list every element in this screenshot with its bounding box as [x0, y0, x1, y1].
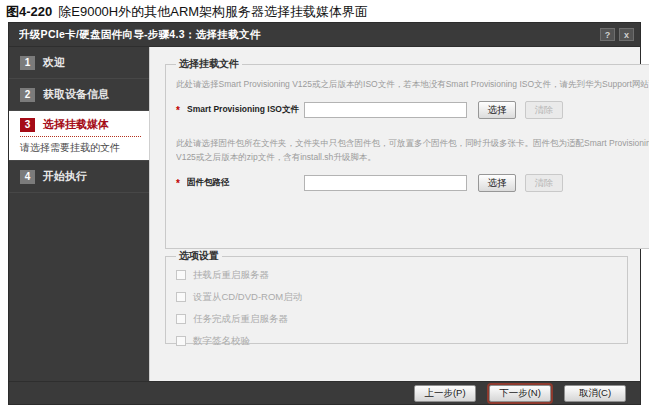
select-mount-file-section: 选择挂载文件 此处请选择Smart Provisioning V125或之后版本…	[165, 57, 649, 249]
checkbox-label: 设置从CD/DVD-ROM启动	[193, 291, 302, 304]
required-asterisk: *	[176, 105, 187, 116]
figure-number: 图4-220	[6, 4, 52, 19]
dotted-divider	[20, 136, 141, 137]
firmware-path-label: 固件包路径	[187, 177, 304, 189]
iso-select-button[interactable]: 选择	[478, 101, 516, 119]
firmware-select-button[interactable]: 选择	[478, 174, 516, 192]
dialog-title: 升级PCIe卡/硬盘固件向导-步骤4.3：选择挂载文件	[19, 28, 596, 42]
step-number-badge: 4	[20, 170, 35, 184]
step-item-device-info: 2 获取设备信息	[9, 79, 149, 111]
checkbox-label: 任务完成后重启服务器	[193, 313, 288, 326]
checkbox-row-boot-from-cd: 设置从CD/DVD-ROM启动	[176, 292, 617, 302]
next-button[interactable]: 下一步(N)	[489, 385, 551, 402]
cancel-button[interactable]: 取消(C)	[564, 385, 626, 402]
prev-button[interactable]: 上一步(P)	[414, 385, 476, 402]
step-number-badge-active: 3	[20, 118, 35, 132]
checkbox-restart-after-mount	[176, 270, 186, 280]
iso-file-input[interactable]	[304, 102, 467, 118]
close-icon[interactable]: x	[619, 28, 634, 41]
help-icon[interactable]: ?	[600, 28, 615, 41]
checkbox-label: 挂载后重启服务器	[193, 269, 269, 282]
figure-caption: 图4-220除E9000H外的其他ARM架构服务器选择挂载媒体界面	[6, 3, 368, 21]
required-asterisk: *	[176, 178, 187, 189]
step-number-badge: 1	[20, 56, 35, 70]
firmware-hint-text: 此处请选择固件包所在文件夹，文件夹中只包含固件包，可放置多个固件包，同时升级多张…	[176, 137, 649, 164]
step-item-welcome: 1 欢迎	[9, 47, 149, 79]
step-label: 欢迎	[43, 55, 65, 70]
firmware-clear-button: 清除	[525, 174, 563, 192]
checkbox-restart-after-task	[176, 314, 186, 324]
checkbox-row-restart-after-task: 任务完成后重启服务器	[176, 314, 617, 324]
select-mount-file-legend: 选择挂载文件	[176, 57, 242, 71]
options-legend: 选项设置	[176, 249, 222, 263]
checkbox-boot-from-cd	[176, 292, 186, 302]
dialog-body: 1 欢迎 2 获取设备信息 3 选择挂载媒体 请选择需要挂载的文件 4 开始执行	[9, 47, 640, 381]
dialog-titlebar: 升级PCIe卡/硬盘固件向导-步骤4.3：选择挂载文件 ? x	[9, 23, 640, 47]
checkbox-row-restart-after-mount: 挂载后重启服务器	[176, 270, 617, 280]
upgrade-wizard-dialog: 升级PCIe卡/硬盘固件向导-步骤4.3：选择挂载文件 ? x 1 欢迎 2 获…	[8, 22, 641, 405]
step-label: 开始执行	[43, 169, 87, 184]
options-section: 选项设置 挂载后重启服务器 设置从CD/DVD-ROM启动 任务完成后重启服务器…	[165, 249, 628, 344]
step-item-select-media-active: 3 选择挂载媒体 请选择需要挂载的文件	[9, 111, 149, 161]
wizard-steps-sidebar: 1 欢迎 2 获取设备信息 3 选择挂载媒体 请选择需要挂载的文件 4 开始执行	[9, 47, 149, 381]
iso-clear-button: 清除	[525, 101, 563, 119]
checkbox-row-signature-check: 数字签名校验	[176, 336, 617, 346]
step-label: 获取设备信息	[43, 87, 109, 102]
step-item-execute: 4 开始执行	[9, 161, 149, 193]
checkbox-label: 数字签名校验	[193, 335, 250, 348]
firmware-path-input[interactable]	[304, 175, 467, 191]
iso-file-label: Smart Provisioning ISO文件	[187, 104, 304, 116]
step-subtitle: 请选择需要挂载的文件	[20, 141, 141, 155]
step-number-badge: 2	[20, 88, 35, 102]
step-label-active: 选择挂载媒体	[43, 117, 109, 132]
checkbox-signature-check	[176, 336, 186, 346]
content-area: 选择挂载文件 此处请选择Smart Provisioning V125或之后版本…	[149, 47, 640, 381]
iso-file-field-row: * Smart Provisioning ISO文件 选择 清除	[176, 101, 649, 119]
iso-hint-text: 此处请选择Smart Provisioning V125或之后版本的ISO文件，…	[176, 79, 649, 91]
firmware-path-field-row: * 固件包路径 选择 清除	[176, 174, 649, 192]
dialog-footer: 上一步(P) 下一步(N) 取消(C)	[9, 381, 640, 404]
figure-title: 除E9000H外的其他ARM架构服务器选择挂载媒体界面	[58, 4, 368, 19]
